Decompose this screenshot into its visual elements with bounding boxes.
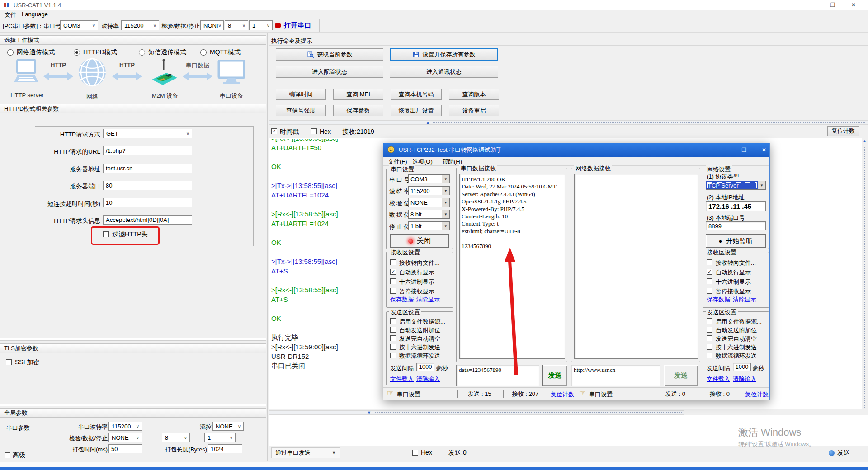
open-serial-button[interactable]: 打开串口	[275, 19, 316, 31]
send-via-serial-dropdown[interactable]: 通过串口发送 ▼	[271, 447, 340, 458]
hex-checkbox[interactable]	[311, 128, 317, 134]
net-recv-opts-link-1[interactable]: 清除显示	[733, 296, 756, 304]
httpd-field-input[interactable]: test.usr.cn	[103, 164, 192, 173]
global-baud-select[interactable]: 115200∨	[108, 422, 142, 431]
close-icon[interactable]: ✕	[844, 0, 863, 10]
serial-send-opts-checkbox[interactable]	[390, 335, 396, 341]
overlay-menu-options[interactable]: 选项(O)	[412, 158, 433, 166]
mode-radio-label[interactable]: 短信透传模式	[148, 48, 186, 56]
advanced-checkbox[interactable]	[5, 452, 10, 458]
httpd-field-input[interactable]: 80	[103, 181, 192, 190]
reset-counter-button[interactable]: 复位计数	[827, 126, 859, 136]
serial-send-opts-checkbox-label[interactable]: 发送完自动清空	[399, 335, 440, 343]
send-interval-input[interactable]: 1000	[733, 363, 751, 371]
stopbits-select[interactable]: 1∨	[249, 20, 273, 30]
ssl-checkbox[interactable]	[6, 359, 12, 365]
local-ip-input[interactable]: 172.16 .11 .45	[706, 201, 766, 211]
cmd-button-small-4[interactable]: 查信号强度	[276, 105, 326, 116]
overlay-titlebar[interactable]: USR-TCP232-Test 串口转网络调试助手 — ❐ ✕	[383, 143, 769, 157]
mode-radio-2[interactable]	[139, 49, 145, 56]
net-send-opts-checkbox[interactable]	[707, 327, 712, 333]
serial-recv-opts-checkbox-label[interactable]: 接收转向文件...	[399, 259, 439, 267]
minimize-icon[interactable]: —	[719, 146, 730, 155]
net-send-opts-checkbox[interactable]	[707, 344, 712, 350]
net-send-opts-checkbox-label[interactable]: 发送完自动清空	[716, 335, 757, 343]
serial-recv-opts-checkbox[interactable]	[390, 269, 396, 275]
httpd-field-input[interactable]: 10	[103, 198, 192, 207]
serial-send-opts-checkbox-label[interactable]: 按十六进制发送	[399, 343, 440, 352]
net-recv-opts-link-0[interactable]: 保存数据	[707, 296, 730, 304]
scroll-up-icon[interactable]: ▲	[863, 139, 867, 143]
httpd-field-input[interactable]: /1.php?	[103, 146, 192, 155]
net-send-opts-link-1[interactable]: 清除输入	[733, 375, 756, 383]
serial-send-button[interactable]: 发送	[542, 365, 567, 386]
cmd-button-1[interactable]: 设置并保存所有参数	[390, 48, 498, 61]
mode-radio-label[interactable]: HTTPD模式	[83, 48, 117, 56]
proto-type-select[interactable]: TCP Server ▼	[706, 181, 766, 190]
serial-setting-combo-2[interactable]: NONE▼	[408, 198, 450, 207]
serial-send-opts-checkbox[interactable]	[390, 327, 396, 333]
net-send-opts-checkbox-label[interactable]: 按十六进制发送	[716, 343, 757, 352]
timestamp-checkbox[interactable]	[271, 128, 277, 134]
net-send-opts-checkbox-label[interactable]: 启用文件数据源...	[716, 318, 762, 326]
maximize-icon[interactable]: ❐	[824, 0, 842, 10]
menu-file[interactable]: 文件	[5, 11, 16, 19]
serial-setting-combo-3[interactable]: 8 bit▼	[408, 210, 450, 219]
net-send-button[interactable]: 发送	[664, 365, 698, 386]
net-recv-opts-checkbox-label[interactable]: 接收转向文件...	[716, 259, 756, 267]
local-port-input[interactable]: 8899	[706, 221, 766, 230]
serial-recv-opts-checkbox-label[interactable]: 十六进制显示	[399, 278, 434, 286]
net-recv-opts-checkbox-label[interactable]: 暂停接收显示	[716, 287, 751, 296]
menu-language[interactable]: Language	[22, 11, 48, 18]
httpd-field-select[interactable]: GET∨	[103, 129, 192, 138]
scrollbar-track[interactable]	[433, 122, 865, 123]
horizontal-scrollbar[interactable]: ▼	[269, 410, 684, 415]
serial-send-opts-checkbox[interactable]	[390, 344, 396, 350]
vertical-scrollbar[interactable]: ▲	[862, 138, 867, 409]
close-serial-button[interactable]: 关闭	[390, 234, 449, 248]
serial-send-opts-checkbox-label[interactable]: 自动发送附加位	[399, 326, 440, 334]
cmd-button-small-3[interactable]: 查询版本	[449, 89, 499, 100]
send-hex-label[interactable]: Hex	[421, 449, 432, 456]
httpd-field-input[interactable]: Accept:text/html[0D][0A]	[103, 215, 192, 225]
databits-select[interactable]: 8∨	[225, 20, 248, 30]
cmd-button-small-0[interactable]: 编译时间	[276, 89, 326, 100]
global-stopbits-select[interactable]: 1∨	[204, 433, 236, 442]
baud-select[interactable]: 115200∨	[121, 20, 159, 30]
net-send-opts-checkbox-label[interactable]: 自动发送附加位	[716, 326, 757, 334]
net-recv-opts-checkbox[interactable]	[707, 269, 712, 275]
scrollbar-track[interactable]	[864, 146, 865, 408]
status-reset-link[interactable]: 复位计数	[551, 390, 574, 399]
net-recv-opts-checkbox[interactable]	[707, 278, 712, 284]
serial-setting-combo-0[interactable]: COM3▼	[408, 174, 450, 183]
close-icon[interactable]: ✕	[759, 146, 769, 155]
net-recv-opts-checkbox-label[interactable]: 自动换行显示	[716, 268, 751, 277]
send-button[interactable]: 发送	[837, 449, 850, 457]
mode-radio-label[interactable]: 网络透传模式	[17, 48, 55, 56]
serial-recv-opts-checkbox[interactable]	[390, 259, 396, 265]
mode-radio-3[interactable]	[200, 49, 207, 56]
cmd-button-0[interactable]: 获取当前参数	[276, 48, 383, 61]
cmd-button-small-1[interactable]: 查询IMEI	[333, 89, 383, 100]
mode-radio-0[interactable]	[7, 49, 14, 56]
net-send-opts-checkbox[interactable]	[707, 352, 712, 358]
serial-send-opts-checkbox-label[interactable]: 数据流循环发送	[399, 352, 440, 360]
net-recv-box[interactable]	[574, 174, 698, 359]
serial-send-opts-link-1[interactable]: 清除输入	[416, 375, 440, 383]
serial-recv-opts-link-1[interactable]: 清除显示	[416, 296, 440, 304]
com-port-select[interactable]: COM3∨	[60, 20, 98, 30]
ssl-label[interactable]: SSL加密	[15, 358, 39, 367]
cmd-button-small-5[interactable]: 保存参数	[333, 105, 383, 116]
send-hex-checkbox[interactable]	[412, 450, 418, 456]
hex-label[interactable]: Hex	[320, 128, 331, 135]
horizontal-scrollbar[interactable]: ▲	[269, 120, 868, 125]
timestamp-label[interactable]: 时间戳	[280, 128, 299, 136]
cmd-button-small-2[interactable]: 查询本机号码	[391, 89, 442, 100]
net-send-opts-checkbox-label[interactable]: 数据流循环发送	[716, 352, 757, 360]
serial-send-input[interactable]: data=1234567890	[456, 365, 539, 386]
serial-setting-combo-4[interactable]: 1 bit▼	[408, 221, 450, 230]
mode-radio-1[interactable]	[74, 49, 80, 56]
pack-len-input[interactable]: 1024	[208, 444, 242, 453]
start-listen-button[interactable]: ● 开始监听	[706, 234, 766, 248]
parity-select[interactable]: NONI∨	[200, 20, 224, 30]
